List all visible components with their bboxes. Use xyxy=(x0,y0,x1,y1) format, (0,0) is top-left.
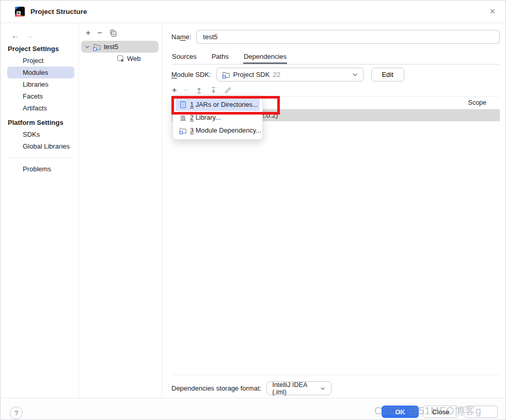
dialog-title: Project Structure xyxy=(30,8,87,15)
project-structure-dialog: Project Structure × ← → Project Settings… xyxy=(0,0,506,420)
move-down-icon[interactable] xyxy=(210,86,217,94)
sidebar-item-project[interactable]: Project xyxy=(7,55,74,67)
storage-format-label: Dependencies storage format: xyxy=(171,384,261,392)
sidebar-item-facets[interactable]: Facets xyxy=(7,90,74,102)
remove-dependency-button[interactable]: − xyxy=(183,86,188,95)
tree-row-web[interactable]: Web xyxy=(79,53,162,64)
module-sdk-version: 22 xyxy=(273,71,280,78)
copy-module-icon[interactable] xyxy=(109,29,117,37)
close-button[interactable]: Close xyxy=(423,406,458,418)
platform-settings-header: Platform Settings xyxy=(1,117,78,128)
move-up-icon[interactable] xyxy=(195,86,203,94)
help-button[interactable]: ? xyxy=(10,407,23,419)
help-icon: ? xyxy=(14,409,18,417)
title-bar: Project Structure × xyxy=(1,1,505,23)
web-facet-icon xyxy=(117,55,124,62)
sidebar-item-problems[interactable]: Problems xyxy=(7,163,74,175)
project-settings-header: Project Settings xyxy=(1,43,78,55)
back-arrow-icon[interactable]: ← xyxy=(11,31,19,40)
remove-module-button[interactable]: − xyxy=(97,28,102,38)
library-icon xyxy=(179,114,187,122)
module-sdk-value: Project SDK xyxy=(233,71,270,78)
editor-tabs: Sources Paths Dependencies xyxy=(171,50,500,64)
edit-dependency-pencil-icon[interactable] xyxy=(224,86,232,94)
dependencies-toolbar: + − xyxy=(172,85,232,95)
ok-button[interactable]: OK xyxy=(382,406,419,418)
tab-dependencies[interactable]: Dependencies xyxy=(243,50,287,64)
close-icon[interactable]: × xyxy=(489,6,495,17)
sidebar-item-modules[interactable]: Modules xyxy=(7,67,74,78)
module-sdk-select[interactable]: Project SDK 22 xyxy=(216,68,364,82)
chevron-down-icon[interactable] xyxy=(84,44,90,50)
jar-file-icon xyxy=(179,101,187,109)
module-name-input[interactable] xyxy=(196,30,500,44)
sidebar-item-sdks[interactable]: SDKs xyxy=(7,128,74,140)
sidebar-divider xyxy=(8,157,70,158)
sidebar-item-libraries[interactable]: Libraries xyxy=(7,78,74,90)
apply-button[interactable] xyxy=(464,406,498,418)
menu-item-library[interactable]: 2 Library... xyxy=(176,111,260,124)
tree-node-label: Web xyxy=(127,55,141,62)
scope-column-header: Scope xyxy=(468,99,486,106)
menu-item-jars-or-directories[interactable]: 1 JARs or Directories... xyxy=(176,98,260,111)
storage-format-select[interactable]: IntelliJ IDEA (.iml) xyxy=(266,381,331,395)
settings-sidebar: ← → Project Settings Project Modules Lib… xyxy=(1,23,79,398)
module-tree-panel: + − test5 xyxy=(79,23,162,398)
name-label: Name: xyxy=(171,33,191,41)
sidebar-item-global-libraries[interactable]: Global Libraries xyxy=(7,140,74,152)
tab-sources[interactable]: Sources xyxy=(171,50,197,64)
sidebar-item-artifacts[interactable]: Artifacts xyxy=(7,102,74,114)
footer-bar: ? OK Close xyxy=(1,398,505,420)
add-dependency-popup-menu: 1 JARs or Directories... 2 Library... 3 … xyxy=(172,95,263,140)
tab-paths[interactable]: Paths xyxy=(211,50,229,64)
add-dependency-button[interactable]: + xyxy=(172,86,177,95)
add-module-button[interactable]: + xyxy=(86,28,90,38)
chevron-down-icon xyxy=(352,71,358,78)
sdk-icon xyxy=(222,71,230,79)
module-icon xyxy=(93,43,101,51)
module-sdk-label: Module SDK: xyxy=(171,71,211,78)
module-editor-panel: Name: Sources Paths Dependencies Module … xyxy=(162,23,506,398)
module-tree: test5 Web xyxy=(79,41,162,64)
intellij-idea-logo-icon xyxy=(15,7,25,17)
edit-sdk-button[interactable]: Edit xyxy=(371,68,404,82)
forward-arrow-icon[interactable]: → xyxy=(26,31,34,40)
storage-format-value: IntelliJ IDEA (.iml) xyxy=(272,381,317,396)
module-icon xyxy=(179,126,187,135)
dependency-row-text: 2.0.2) xyxy=(261,111,278,119)
tree-node-label: test5 xyxy=(104,43,118,51)
menu-item-module-dependency[interactable]: 3 Module Dependency... xyxy=(176,124,260,137)
chevron-down-icon xyxy=(320,385,326,392)
tree-row-test5[interactable]: test5 xyxy=(79,41,162,53)
